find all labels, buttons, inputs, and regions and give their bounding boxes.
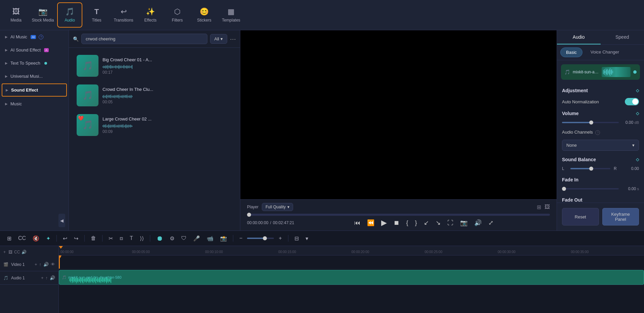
toolbar-filters[interactable]: ⬡ Filters [165,2,190,28]
export-icon[interactable]: ↑ [46,275,48,280]
expand-icon: ▶ [5,61,8,65]
view-icons: ⊞ 🖼 [537,204,550,210]
shield-button[interactable]: 🛡 [179,234,189,243]
record-button[interactable]: ⏺ [154,233,165,244]
toolbar-audio[interactable]: 🎵 Audio [57,2,82,28]
play-button[interactable]: ▶ [381,218,387,227]
undo-button[interactable]: ↩ [61,234,69,243]
expand-icon: ▶ [5,74,8,78]
timeline-toolbar: ⊞ CC 🔇 ✦ ↩ ↪ 🗑 ✂ ⧈ T ⟩⟩ ⏺ ⚙ 🛡 🎤 📹 📸 − + … [0,231,644,246]
split-button[interactable]: ✂ [107,234,115,243]
fade-in-slider[interactable] [562,188,619,189]
tab-audio[interactable]: Audio [557,30,601,44]
more-options-button[interactable]: ▾ [304,234,310,243]
snapshot-button[interactable]: 📷 [460,219,468,227]
toolbar-transitions[interactable]: ↩ Transitions [111,2,136,28]
rewind-button[interactable]: ⏮ [354,219,360,227]
text-button[interactable]: T [128,234,135,243]
fullscreen-button[interactable]: ⛶ [447,219,453,227]
fade-in-knob[interactable] [562,187,566,191]
list-item[interactable]: 🎵 Big Crowd Cheer 01 - A... 00:17 [72,51,237,80]
export-icon[interactable]: ↑ [39,262,42,267]
add-media-icon[interactable]: 🖼 [8,250,12,254]
sub-tab-voice-changer[interactable]: Voice Changer [585,47,625,57]
add-icon[interactable]: + [41,275,44,280]
balance-slider[interactable] [570,168,610,169]
volume-button[interactable]: 🔊 [474,219,482,227]
search-input[interactable] [81,34,207,44]
toolbar-titles[interactable]: T Titles [84,2,109,28]
redo-button[interactable]: ↪ [72,234,80,243]
expand-button[interactable]: ⟩⟩ [138,234,146,243]
image-view-icon[interactable]: 🖼 [545,204,550,210]
mic-button[interactable]: 🎤 [191,234,202,243]
sub-tab-basic[interactable]: Basic [560,47,582,57]
sidebar-item-tts[interactable]: ▶ Text To Speech [0,57,69,70]
video1-track-row [59,255,644,269]
volume-icon[interactable]: 🔊 [50,275,55,280]
audio-title: Big Crowd Cheer 01 - A... [103,57,232,62]
volume-knob[interactable] [589,120,593,125]
list-item[interactable]: ❤️ 🎵 Large Crowd Cheer 02 ... 00:09 [72,111,237,139]
stop-button[interactable]: ⏹ [394,219,400,227]
audio-detach-button[interactable]: 🔇 [31,234,41,243]
expand-button[interactable]: ⤢ [488,219,493,227]
zoom-slider[interactable] [247,238,274,239]
sound-balance-label: Sound Balance [562,157,596,162]
settings-button[interactable]: ⚙ [168,234,176,243]
sidebar-item-sound-effect[interactable]: ▶ Sound Effect [2,83,67,97]
collapse-icon[interactable]: ◀ [58,214,65,227]
filter-dropdown[interactable]: All ▾ [210,34,227,44]
more-options-button[interactable]: ⋯ [230,35,236,43]
sidebar-item-ai-music[interactable]: ▶ AI Music AI ? [0,30,69,43]
crop-button[interactable]: ⧈ [118,234,125,243]
volume-slider[interactable] [562,122,619,123]
timeline-scrubber[interactable] [247,214,550,216]
layout-button[interactable]: ⊟ [292,234,301,243]
audio-clip[interactable]: 🎵 mixkit-sun-and-his-daughter-580 [59,270,644,285]
toolbar-templates[interactable]: ▦ Templates [218,2,244,28]
audio-channels-dropdown[interactable]: None ▾ [562,140,639,151]
eye-icon[interactable]: 👁 [51,262,55,267]
screen-record-button[interactable]: 📹 [205,234,215,243]
toolbar-media[interactable]: 🖼 Media [3,2,29,28]
keyframe-panel-button[interactable]: Keyframe Panel [602,208,639,225]
bottom-action-buttons: Reset Keyframe Panel [557,203,644,231]
camera-button[interactable]: 📸 [218,234,229,243]
collapse-panel-btn[interactable]: ◀ [0,210,69,231]
step-back-button[interactable]: ⏪ [367,219,374,227]
add-media-button[interactable]: ⊞ [5,234,13,243]
add-track-button[interactable]: + 🖼 CC 🔊 [0,246,58,258]
quality-dropdown[interactable]: Full Quality ▾ [262,203,293,211]
zoom-out-button[interactable]: − [237,234,244,243]
delete-button[interactable]: 🗑 [89,234,98,243]
toolbar-stock[interactable]: 📷 Stock Media [30,2,55,28]
auto-norm-toggle[interactable] [625,98,639,105]
add-icon: + [3,250,6,254]
ai-tools-button[interactable]: ✦ [44,234,52,243]
sidebar-item-music[interactable]: ▶ Music [0,97,69,110]
tab-speed[interactable]: Speed [601,30,644,44]
auto-norm-row: Auto Normalization [557,95,644,108]
mark-in-button[interactable]: { [406,219,408,227]
grid-view-icon[interactable]: ⊞ [537,204,541,210]
append-button[interactable]: ↘ [436,219,441,227]
sidebar-item-universal[interactable]: ▶ Universal Musi... [0,70,69,83]
list-item[interactable]: 🎵 Crowd Cheer In The Clu... 00:05 [72,81,237,110]
zoom-in-button[interactable]: + [277,234,284,243]
ruler-mark-4: 00:00:20:00 [352,250,369,254]
caption-button[interactable]: CC [16,234,28,243]
insert-button[interactable]: ↙ [424,219,429,227]
toolbar-effects[interactable]: ✨ Effects [138,2,163,28]
add-caption-icon[interactable]: CC [14,250,20,254]
audio-title: Crowd Cheer In The Clu... [103,87,232,92]
add-audio-icon[interactable]: 🔊 [22,250,27,254]
lock-icon[interactable]: + [35,262,37,267]
reset-button[interactable]: Reset [562,208,599,225]
balance-knob[interactable] [589,167,593,171]
volume-icon[interactable]: 🔊 [43,262,49,267]
mark-out-button[interactable]: } [415,219,417,227]
toolbar-stickers[interactable]: 😊 Stickers [192,2,217,28]
sidebar-item-ai-sound[interactable]: ▶ AI Sound Effect A [0,43,69,57]
balance-slider-row: L R 0.00 [557,164,644,173]
